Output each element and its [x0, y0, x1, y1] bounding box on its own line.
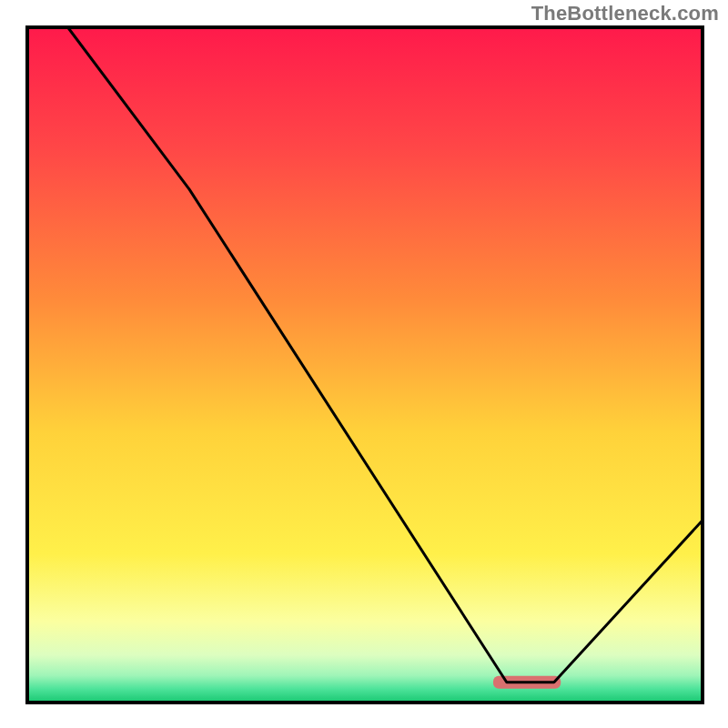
chart-background	[27, 27, 703, 703]
chart-container: { "watermark": "TheBottleneck.com", "cha…	[0, 0, 728, 728]
watermark-text: TheBottleneck.com	[531, 2, 719, 25]
bottleneck-chart	[0, 0, 728, 728]
